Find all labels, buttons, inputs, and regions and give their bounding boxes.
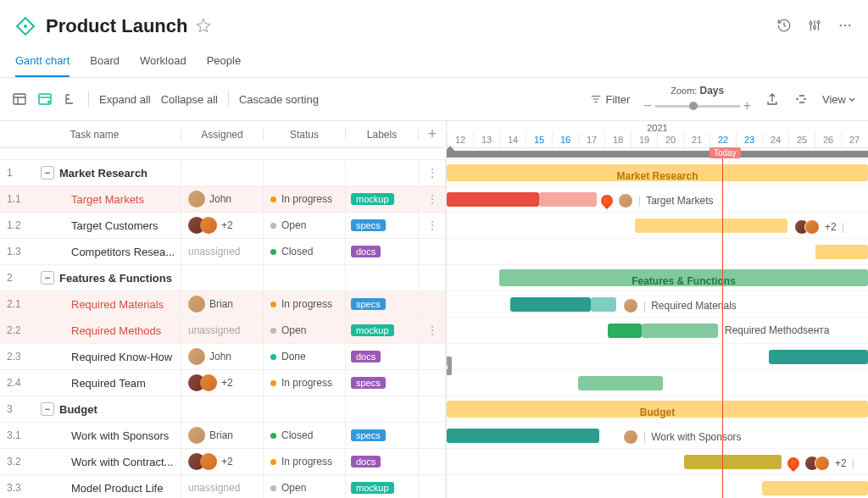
table-row[interactable]: 2 − Features & Functions — [0, 265, 446, 291]
table-row[interactable]: 2.4 Required Team +2 In progress specs — [0, 370, 446, 396]
task-status[interactable]: In progress — [264, 186, 346, 212]
gantt-day[interactable]: 21 — [683, 132, 709, 147]
row-menu-icon[interactable] — [419, 396, 446, 422]
tab-gantt[interactable]: Gantt chart — [15, 46, 70, 77]
gantt-row[interactable]: Budget — [447, 396, 868, 423]
task-label[interactable]: docs — [346, 239, 419, 264]
more-icon[interactable] — [837, 18, 853, 36]
row-menu-icon[interactable]: ⋮ — [419, 160, 446, 185]
task-assigned[interactable]: unassigned — [181, 475, 264, 498]
gantt-bar[interactable] — [769, 350, 868, 364]
gantt-day[interactable]: 18 — [604, 132, 631, 147]
gantt-bar[interactable] — [815, 245, 868, 259]
task-label[interactable]: specs — [346, 213, 419, 238]
gantt-bar-progress[interactable] — [539, 192, 597, 207]
task-assigned[interactable]: Brian — [181, 291, 264, 317]
history-icon[interactable] — [776, 18, 792, 36]
gantt-day[interactable]: 27 — [841, 132, 867, 147]
gantt-day[interactable]: 13 — [473, 132, 499, 147]
task-label[interactable]: mockup — [346, 318, 419, 343]
tab-workload[interactable]: Workload — [140, 46, 186, 77]
baseline-icon[interactable] — [793, 91, 809, 107]
row-menu-icon[interactable]: ⋮ — [419, 213, 446, 238]
task-status[interactable]: Open — [264, 213, 346, 238]
column-labels[interactable]: Labels — [346, 129, 419, 141]
gantt-row[interactable] — [447, 370, 868, 396]
columns-icon[interactable] — [12, 91, 27, 107]
gantt-day[interactable]: 26 — [815, 132, 841, 147]
table-row[interactable]: 1.3 Competitors Resea... unassigned Clos… — [0, 239, 446, 265]
task-label[interactable]: mockup — [346, 186, 419, 212]
task-assigned[interactable]: Brian — [181, 423, 264, 448]
table-row[interactable]: 3.1 Work with Sponsors Brian Closed spec… — [0, 423, 446, 449]
task-status[interactable]: Done — [264, 344, 346, 369]
gantt-bar-progress[interactable] — [591, 297, 616, 312]
star-icon[interactable] — [196, 18, 211, 36]
gantt-day[interactable]: 16 — [552, 132, 578, 147]
task-status[interactable]: Open — [264, 475, 346, 498]
task-status[interactable]: In progress — [264, 291, 346, 317]
task-assigned[interactable]: +2 — [181, 449, 264, 474]
row-menu-icon[interactable] — [419, 344, 446, 369]
task-status[interactable]: In progress — [264, 449, 346, 474]
task-label[interactable]: docs — [346, 344, 419, 369]
task-status[interactable]: Closed — [264, 239, 346, 264]
gantt-bar[interactable] — [447, 429, 599, 443]
table-row[interactable]: 3 − Budget — [0, 396, 446, 423]
tab-board[interactable]: Board — [90, 46, 120, 77]
gantt-bar[interactable] — [447, 192, 539, 207]
task-label[interactable]: specs — [346, 291, 419, 317]
task-assigned[interactable]: unassigned — [181, 239, 264, 264]
collapse-all-button[interactable]: Collapse all — [161, 93, 218, 106]
task-label[interactable]: specs — [346, 423, 419, 448]
table-row[interactable]: 2.3 Required Know-How John Done docs — [0, 344, 446, 370]
gantt-row[interactable]: Market Research — [447, 160, 868, 186]
column-status[interactable]: Status — [264, 129, 346, 141]
gantt-day[interactable]: 25 — [788, 132, 815, 147]
export-icon[interactable] — [765, 91, 780, 107]
summary-bar[interactable]: Market Research — [447, 164, 868, 181]
cascade-sorting-button[interactable]: Cascade sorting — [239, 93, 319, 106]
table-row[interactable]: 2.2 Required Methods unassigned Open moc… — [0, 318, 446, 344]
gantt-bar[interactable] — [510, 297, 591, 312]
tab-people[interactable]: People — [207, 46, 241, 77]
expand-all-button[interactable]: Expand all — [99, 93, 151, 106]
filter-button[interactable]: Filter — [590, 93, 630, 106]
column-assigned[interactable]: Assigned — [181, 129, 264, 141]
summary-bar[interactable]: Features & Functions — [499, 269, 868, 286]
collapse-icon[interactable]: − — [41, 402, 54, 416]
task-label[interactable]: docs — [346, 449, 419, 474]
gantt-day[interactable]: 22 — [709, 132, 736, 147]
gantt-row[interactable]: Features & Functions — [447, 265, 868, 291]
task-label[interactable]: mockup — [346, 475, 419, 498]
row-menu-icon[interactable] — [419, 449, 446, 474]
table-row[interactable]: 1.1 Target Markets John In progress mock… — [0, 186, 446, 213]
gantt-day[interactable]: 12 — [447, 132, 473, 147]
gantt-day[interactable]: 15 — [526, 132, 552, 147]
gantt-day[interactable]: 19 — [631, 132, 657, 147]
gantt-bar[interactable] — [608, 324, 642, 338]
row-menu-icon[interactable] — [419, 265, 446, 290]
table-row[interactable]: 1.2 Target Customers +2 Open specs ⋮ — [0, 213, 446, 239]
task-status[interactable]: In progress — [264, 370, 346, 396]
row-menu-icon[interactable] — [419, 423, 446, 448]
gantt-row[interactable]: ◂ — [447, 344, 868, 370]
gantt-row[interactable] — [447, 475, 868, 498]
row-menu-icon[interactable] — [419, 291, 446, 317]
gantt-row[interactable]: Required Methodsента — [447, 318, 868, 344]
task-assigned[interactable]: +2 — [181, 370, 264, 396]
gantt-day[interactable]: 17 — [578, 132, 604, 147]
task-status[interactable]: Closed — [264, 423, 346, 448]
zoom-control[interactable]: Zoom: Days − + — [643, 85, 751, 113]
row-menu-icon[interactable] — [419, 475, 446, 498]
table-row[interactable]: 1 − Market Research ⋮ — [0, 160, 446, 186]
gantt-bar-progress[interactable] — [642, 324, 718, 338]
task-assigned[interactable]: John — [181, 344, 264, 369]
table-row[interactable]: 3.3 Model Product Life unassigned Open m… — [0, 475, 446, 498]
gantt-bar[interactable] — [635, 219, 787, 233]
table-row[interactable]: 3.2 Work with Contract... +2 In progress… — [0, 449, 446, 475]
summary-bar[interactable]: Budget — [447, 401, 868, 418]
hierarchy-icon[interactable] — [63, 91, 78, 107]
column-name[interactable]: Task name — [0, 129, 181, 141]
gantt-row[interactable]: | Target Markets — [447, 186, 868, 213]
